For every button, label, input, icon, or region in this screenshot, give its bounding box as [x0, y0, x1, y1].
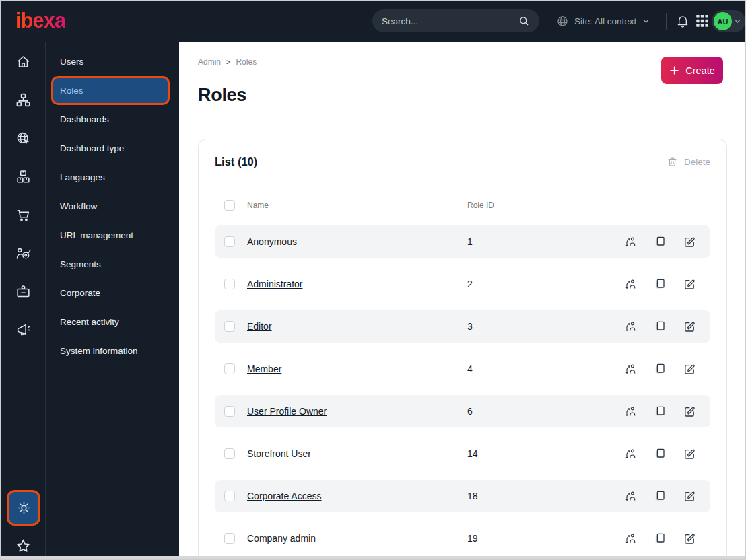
site-context-selector[interactable]: Site: All context	[557, 1, 650, 42]
main-content: Admin > Roles Create Roles List (10) Del…	[179, 42, 745, 559]
id-badge-icon	[15, 283, 32, 300]
assign-user-icon[interactable]	[624, 320, 636, 332]
rail-item-home[interactable]	[9, 48, 36, 75]
globe-icon	[557, 15, 568, 27]
ibexa-logo[interactable]: ibexa	[15, 9, 65, 33]
row-checkbox[interactable]	[224, 363, 235, 374]
delete-button[interactable]: Delete	[667, 156, 710, 168]
search-input[interactable]	[382, 16, 518, 26]
breadcrumb-admin[interactable]: Admin	[198, 57, 221, 67]
sidebar-item-url-management[interactable]: URL management	[46, 221, 179, 250]
trash-icon	[667, 156, 678, 168]
role-name-link[interactable]: User Profile Owner	[247, 406, 467, 417]
role-name-link[interactable]: Storefront User	[247, 448, 467, 459]
row-checkbox[interactable]	[224, 236, 235, 247]
sidebar-item-roles[interactable]: Roles	[51, 76, 170, 105]
role-id: 2	[467, 279, 624, 289]
role-id: 18	[467, 491, 624, 501]
admin-sidebar: Users Roles Dashboards Dashboard type La…	[46, 42, 179, 559]
avatar[interactable]: AU	[714, 12, 732, 30]
edit-icon[interactable]	[683, 320, 696, 332]
row-checkbox[interactable]	[224, 448, 235, 459]
breadcrumb-roles[interactable]: Roles	[236, 57, 257, 67]
table-row: Editor 3	[215, 310, 710, 343]
rail-item-admin-selected[interactable]	[7, 490, 40, 526]
star-icon[interactable]	[14, 537, 32, 555]
copy-icon[interactable]	[654, 532, 666, 545]
edit-icon[interactable]	[683, 278, 696, 290]
rail-item-products[interactable]	[9, 163, 36, 190]
search-icon[interactable]	[518, 15, 530, 27]
app-grid-icon[interactable]	[695, 13, 710, 28]
gear-icon	[15, 499, 32, 516]
table-row: Company admin 19	[215, 522, 710, 555]
row-checkbox[interactable]	[224, 491, 235, 501]
sidebar-item-recent-activity[interactable]: Recent activity	[46, 308, 179, 337]
edit-icon[interactable]	[683, 236, 696, 248]
sidebar-item-dashboard-type[interactable]: Dashboard type	[46, 134, 179, 163]
role-name-link[interactable]: Administrator	[247, 279, 467, 289]
copy-icon[interactable]	[654, 278, 666, 290]
copy-icon[interactable]	[654, 320, 666, 332]
person-target-icon	[15, 245, 32, 262]
assign-user-icon[interactable]	[624, 532, 636, 545]
row-checkbox[interactable]	[224, 533, 235, 544]
role-name-link[interactable]: Corporate Access	[247, 491, 467, 501]
sidebar-item-dashboards[interactable]: Dashboards	[46, 105, 179, 134]
sidebar-item-users[interactable]: Users	[46, 47, 179, 76]
boxes-icon	[15, 168, 32, 185]
edit-icon[interactable]	[683, 405, 696, 417]
plus-icon	[669, 65, 679, 75]
globe-cursor-icon	[15, 130, 32, 147]
assign-user-icon[interactable]	[624, 363, 636, 375]
assign-user-icon[interactable]	[624, 490, 636, 502]
row-checkbox[interactable]	[224, 279, 235, 289]
role-id: 6	[467, 406, 624, 417]
edit-icon[interactable]	[683, 448, 696, 460]
topbar-divider	[666, 13, 667, 30]
copy-icon[interactable]	[654, 236, 666, 248]
rail-item-corporate[interactable]	[9, 278, 36, 305]
role-name-link[interactable]: Company admin	[247, 533, 467, 544]
edit-icon[interactable]	[683, 532, 696, 545]
copy-icon[interactable]	[654, 363, 666, 375]
role-name-link[interactable]: Anonymous	[247, 236, 467, 247]
sidebar-item-system-information[interactable]: System information	[46, 337, 179, 365]
assign-user-icon[interactable]	[624, 448, 636, 460]
rail-item-content-tree[interactable]	[9, 86, 36, 113]
list-card-header: List (10) Delete	[215, 139, 710, 184]
edit-icon[interactable]	[683, 363, 696, 375]
sidebar-item-workflow[interactable]: Workflow	[46, 192, 179, 221]
role-id: 14	[467, 448, 624, 459]
breadcrumb: Admin > Roles	[198, 57, 257, 67]
sidebar-item-languages[interactable]: Languages	[46, 163, 179, 192]
table-row: Administrator 2	[215, 268, 710, 300]
table-header-row: Name Role ID	[215, 184, 710, 225]
copy-icon[interactable]	[654, 490, 666, 502]
row-checkbox[interactable]	[224, 406, 235, 417]
assign-user-icon[interactable]	[624, 405, 636, 417]
edit-icon[interactable]	[683, 490, 696, 502]
assign-user-icon[interactable]	[624, 236, 636, 248]
assign-user-icon[interactable]	[624, 278, 636, 290]
row-checkbox[interactable]	[224, 321, 235, 332]
window-bottom-edge	[1, 556, 745, 559]
global-search[interactable]	[372, 9, 539, 32]
sidebar-item-corporate[interactable]: Corporate	[46, 279, 179, 308]
rail-item-engage[interactable]	[9, 240, 36, 267]
rail-item-commerce[interactable]	[9, 201, 36, 228]
sidebar-item-segments[interactable]: Segments	[46, 250, 179, 279]
rail-item-marketing[interactable]	[9, 316, 36, 343]
select-all-checkbox[interactable]	[224, 200, 235, 211]
chevron-down-icon	[734, 18, 741, 25]
copy-icon[interactable]	[654, 405, 666, 417]
copy-icon[interactable]	[654, 448, 666, 460]
rail-item-site[interactable]	[9, 125, 36, 151]
notifications-bell-icon[interactable]	[675, 13, 690, 28]
table-row: Corporate Access 18	[215, 480, 710, 512]
user-menu[interactable]: AU	[712, 10, 745, 32]
delete-button-label: Delete	[684, 157, 710, 167]
role-name-link[interactable]: Editor	[247, 321, 467, 332]
role-name-link[interactable]: Member	[247, 363, 467, 374]
create-button[interactable]: Create	[661, 57, 723, 84]
